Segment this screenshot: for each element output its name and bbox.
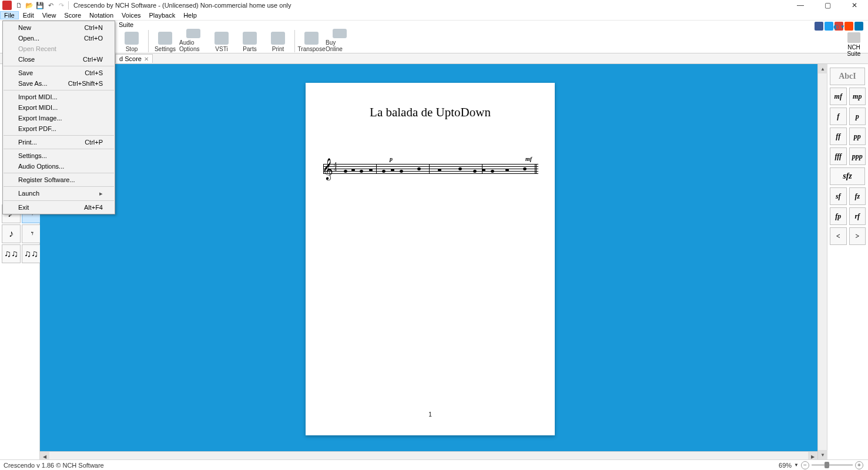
zoom-thumb[interactable]: [825, 462, 829, 468]
note-palette-cell[interactable]: ♪: [2, 224, 21, 243]
menu-item-save-as-[interactable]: Save As...Ctrl+Shift+S: [3, 78, 115, 89]
toolbar-print-button[interactable]: Print: [264, 29, 292, 52]
zoom-dropdown-icon[interactable]: ▼: [794, 462, 799, 468]
dynamics-f-button[interactable]: f: [830, 108, 847, 125]
menu-item-audio-options-[interactable]: Audio Options...: [3, 161, 115, 172]
menu-edit[interactable]: Edit: [19, 11, 38, 19]
social-icon-1[interactable]: [825, 22, 833, 31]
menu-playback[interactable]: Playback: [145, 11, 180, 19]
note[interactable]: [490, 169, 494, 173]
menu-item-new[interactable]: NewCtrl+N: [3, 22, 115, 33]
separator: [68, 1, 69, 9]
dynamics-p-button[interactable]: p: [849, 108, 866, 125]
note[interactable]: [417, 167, 421, 170]
dynamics-fff-button[interactable]: fff: [830, 147, 847, 165]
note-palette-cell[interactable]: 𝄾: [22, 224, 41, 243]
dynamics-button[interactable]: sf: [830, 187, 847, 205]
menu-separator: [4, 186, 114, 187]
menu-file[interactable]: File: [0, 11, 19, 19]
toolbar-vsti-button[interactable]: VSTi: [207, 29, 236, 52]
barline: [376, 164, 377, 173]
horizontal-scrollbar[interactable]: ◀ ▶: [40, 451, 817, 459]
scroll-down-icon[interactable]: ▼: [818, 450, 827, 459]
toolbar-buy-online-button[interactable]: Buy Online: [326, 29, 354, 52]
note[interactable]: [522, 167, 527, 170]
toolbar-parts-button[interactable]: Parts: [236, 29, 264, 52]
qa-undo-icon[interactable]: ↶: [46, 1, 55, 10]
menu-voices[interactable]: Voices: [118, 11, 145, 19]
note[interactable]: [381, 169, 386, 173]
dynamics-sfz-button[interactable]: sfz: [830, 167, 865, 185]
note[interactable]: [343, 169, 347, 173]
dynamic-mark[interactable]: mf: [525, 156, 532, 162]
toolbar-audio-options-button[interactable]: Audio Options: [179, 29, 207, 52]
toolbar-stop-button[interactable]: Stop: [118, 29, 146, 52]
dynamics-mp-button[interactable]: mp: [849, 88, 866, 105]
note[interactable]: [399, 169, 403, 173]
dynamics-pp-button[interactable]: pp: [849, 127, 866, 145]
menu-item-exit[interactable]: ExitAlt+F4: [3, 202, 115, 213]
menu-item-print-[interactable]: Print...Ctrl+P: [3, 137, 115, 147]
menu-item-export-pdf-[interactable]: Export PDF...: [3, 123, 115, 134]
note[interactable]: [359, 169, 363, 173]
maximize-button[interactable]: ▢: [814, 0, 841, 11]
dynamics-ppp-button[interactable]: ppp: [849, 147, 866, 165]
zoom-in-button[interactable]: +: [855, 461, 863, 469]
zoom-slider[interactable]: [812, 464, 853, 466]
vsti-icon: [215, 32, 229, 45]
note[interactable]: [472, 169, 477, 173]
note-palette-cell[interactable]: ♫♫: [2, 244, 21, 263]
menu-view[interactable]: View: [38, 11, 61, 19]
toolbar-transpose-button[interactable]: Transpose: [297, 29, 326, 52]
qa-save-icon[interactable]: 💾: [35, 1, 45, 10]
toolbar-tab-suite[interactable]: Suite: [115, 21, 137, 29]
menu-item-save[interactable]: SaveCtrl+S: [3, 68, 115, 78]
qa-redo-icon[interactable]: ↷: [56, 1, 66, 10]
score-canvas[interactable]: La balada de UptoDown 𝄞 44 pmf 1: [40, 64, 817, 459]
dynamics-button[interactable]: fp: [830, 207, 847, 225]
menu-item-close[interactable]: CloseCtrl+W: [3, 54, 115, 65]
help-dropdown-icon[interactable]: ◐ ▾: [833, 23, 844, 31]
audio-options-icon: [186, 29, 200, 38]
social-icon-3[interactable]: [844, 22, 853, 31]
menu-item-register-software-[interactable]: Register Software...: [3, 174, 115, 185]
social-icon-4[interactable]: [854, 22, 863, 31]
menu-item-open-[interactable]: Open...Ctrl+O: [3, 33, 115, 43]
close-button[interactable]: ✕: [841, 0, 868, 11]
score-title[interactable]: La balada de UptoDown: [306, 105, 555, 120]
nch-suite-button[interactable]: NCH Suite: [843, 32, 864, 57]
menu-score[interactable]: Score: [60, 11, 85, 19]
qa-new-icon[interactable]: 🗋: [14, 1, 24, 10]
page-number: 1: [306, 411, 555, 418]
dynamics-button[interactable]: >: [849, 227, 866, 245]
note[interactable]: [458, 167, 462, 170]
minimize-button[interactable]: —: [787, 0, 814, 11]
dynamic-mark[interactable]: p: [390, 156, 393, 162]
dynamics-mf-button[interactable]: mf: [830, 88, 847, 105]
qa-open-icon[interactable]: 📂: [25, 1, 34, 10]
scroll-up-icon[interactable]: ▲: [818, 64, 827, 73]
dynamics-button[interactable]: fz: [849, 187, 866, 205]
close-tab-icon[interactable]: ✕: [144, 56, 149, 62]
window-title: Crescendo by NCH Software - (Unlicensed)…: [73, 2, 291, 9]
dynamics-button[interactable]: <: [830, 227, 847, 245]
staff[interactable]: 𝄞 44 pmf: [323, 164, 538, 180]
menu-notation[interactable]: Notation: [85, 11, 118, 19]
dynamics-button[interactable]: rf: [849, 207, 866, 225]
menu-separator: [4, 200, 114, 201]
menu-item-import-midi-[interactable]: Import MIDI...: [3, 92, 115, 102]
zoom-out-button[interactable]: −: [801, 461, 809, 469]
vertical-scrollbar[interactable]: ▲ ▼: [817, 64, 827, 459]
document-tab[interactable]: d Score ✕: [115, 54, 153, 63]
social-icon-0[interactable]: [815, 22, 823, 31]
menu-item-settings-[interactable]: Settings...: [3, 150, 115, 161]
text-tool-button[interactable]: AbcI: [830, 68, 865, 85]
score-page[interactable]: La balada de UptoDown 𝄞 44 pmf 1: [306, 83, 555, 435]
menu-item-export-image-[interactable]: Export Image...: [3, 113, 115, 123]
dynamics-ff-button[interactable]: ff: [830, 127, 847, 145]
menu-help[interactable]: Help: [179, 11, 201, 19]
menu-item-export-midi-[interactable]: Export MIDI...: [3, 102, 115, 113]
toolbar-settings-button[interactable]: Settings: [151, 29, 179, 52]
note-palette-cell[interactable]: ♫♫: [22, 244, 41, 263]
menu-item-launch[interactable]: Launch▸: [3, 188, 115, 199]
